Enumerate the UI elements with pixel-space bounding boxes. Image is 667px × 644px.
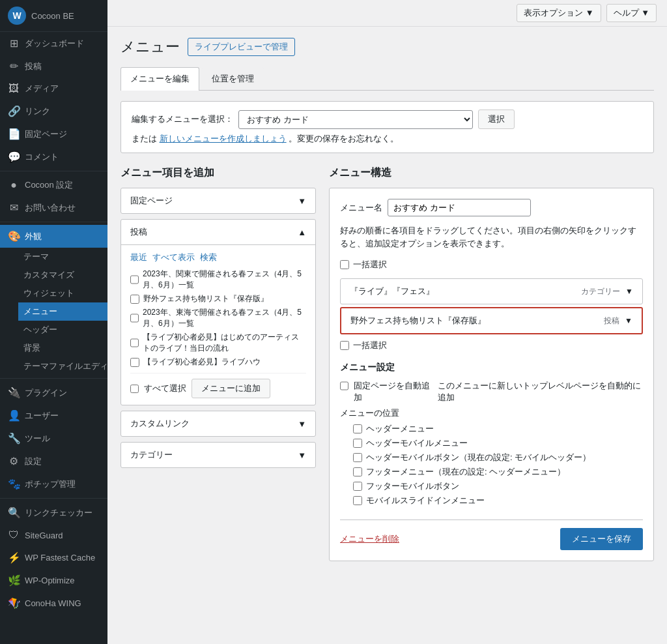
bulk-select-label-bottom: 一括選択 <box>353 340 387 351</box>
tab-recent[interactable]: 最近 <box>130 252 147 263</box>
accordion-custom-links-header[interactable]: カスタムリンク ▼ <box>121 411 315 436</box>
post-checkbox-4[interactable] <box>130 358 139 367</box>
location-header: ヘッダーメニュー <box>340 423 643 435</box>
accordion-posts-header[interactable]: 投稿 ▲ <box>121 220 315 244</box>
location-footer: フッターメニュー（現在の設定: ヘッダーメニュー） <box>340 466 643 478</box>
location-footer-mobile-btn-label: フッターモバイルボタン <box>366 480 459 492</box>
menu-item-live-fes-dropdown[interactable]: ▼ <box>625 287 633 296</box>
tab-search[interactable]: 検索 <box>200 252 217 263</box>
sidebar-item-menus[interactable]: メニュー <box>18 302 107 321</box>
menu-name-input[interactable]: おすすめ カード <box>388 199 531 216</box>
menu-item-outdoor-fes-dropdown[interactable]: ▼ <box>625 316 632 325</box>
accordion-fixed-pages-header[interactable]: 固定ページ ▼ <box>121 188 315 213</box>
bulk-select-checkbox-bottom[interactable] <box>340 341 349 350</box>
sidebar-item-label: ヘッダー <box>23 324 57 336</box>
menu-selector-label: 編集するメニューを選択： <box>132 113 233 125</box>
tab-edit-menu[interactable]: メニューを編集 <box>121 67 199 91</box>
post-item-1: 野外フェス持ち物リスト『保存版』 <box>130 293 306 304</box>
sidebar-item-wp-optimize[interactable]: 🌿 WP-Optimize <box>0 569 107 592</box>
sidebar-item-label: テーマ <box>23 251 49 263</box>
sidebar-item-settings[interactable]: ⚙ 設定 <box>0 450 107 473</box>
menu-select-dropdown[interactable]: おすすめ カード <box>238 110 473 129</box>
sidebar-item-contact[interactable]: ✉ お問い合わせ <box>0 196 107 219</box>
sidebar-item-pochipp[interactable]: 🐾 ポチップ管理 <box>0 473 107 495</box>
location-footer-checkbox[interactable] <box>353 467 362 476</box>
accordion-fixed-pages-label: 固定ページ <box>130 195 173 207</box>
sidebar-item-wp-fastest-cache[interactable]: ⚡ WP Fastest Cache <box>0 546 107 569</box>
sidebar-item-posts[interactable]: ✏ 投稿 <box>0 55 107 78</box>
bulk-select-row-top: 一括選択 <box>340 259 643 271</box>
sidebar-item-plugins[interactable]: 🔌 プラグイン <box>0 381 107 404</box>
tab-manage-locations[interactable]: 位置を管理 <box>202 67 264 90</box>
auto-add-setting: 固定ページを自動追加 このメニューに新しいトップレベルページを自動的に追加 <box>340 380 643 403</box>
tab-view-all[interactable]: すべて表示 <box>152 252 195 263</box>
location-header-checkbox[interactable] <box>353 424 362 433</box>
select-all-row: すべて選択 メニューに追加 <box>130 373 306 398</box>
auto-add-checkbox[interactable] <box>340 381 348 390</box>
location-header-mobile-btn-checkbox[interactable] <box>353 453 362 462</box>
sidebar-item-conoha-wing[interactable]: 🪁 ConoHa WING <box>0 592 107 615</box>
sidebar-item-label: 外観 <box>25 231 42 242</box>
sidebar-item-background[interactable]: 背景 <box>18 339 107 357</box>
post-checkbox-3[interactable] <box>130 338 139 347</box>
location-mobile-slide-checkbox[interactable] <box>353 496 362 505</box>
delete-menu-link[interactable]: メニューを削除 <box>340 533 399 545</box>
sidebar-item-links[interactable]: 🔗 リンク <box>0 100 107 123</box>
menu-name-label: メニュー名 <box>340 202 382 214</box>
post-checkbox-0[interactable] <box>130 275 139 284</box>
add-to-menu-button[interactable]: メニューに追加 <box>192 379 270 398</box>
post-checkbox-1[interactable] <box>130 295 139 304</box>
sidebar-item-label: ConoHa WING <box>25 598 81 608</box>
location-mobile-slide-label: モバイルスライドインメニュー <box>366 495 485 506</box>
users-icon: 👤 <box>8 409 20 422</box>
location-footer-mobile-btn-checkbox[interactable] <box>353 482 362 491</box>
sidebar-item-siteguard[interactable]: 🛡 SiteGuard <box>0 524 107 546</box>
settings-icon: ⚙ <box>8 455 20 467</box>
comments-icon: 💬 <box>8 151 20 163</box>
post-checkbox-2[interactable] <box>130 314 139 323</box>
sidebar-item-comments[interactable]: 💬 コメント <box>0 145 107 168</box>
wp-fastest-cache-icon: ⚡ <box>8 551 20 564</box>
sidebar-item-customize[interactable]: カスタマイズ <box>18 266 107 284</box>
location-mobile-slide: モバイルスライドインメニュー <box>340 495 643 506</box>
siteguard-icon: 🛡 <box>8 529 20 541</box>
post-label-4: 【ライブ初心者必見】ライブハウ <box>143 357 261 368</box>
topbar: 表示オプション ▼ ヘルプ ▼ <box>107 0 667 27</box>
menu-selector-box: 編集するメニューを選択： おすすめ カード 選択 または 新しいメニューを作成し… <box>121 101 654 153</box>
sidebar-item-media[interactable]: 🖼 メディア <box>0 78 107 100</box>
sidebar-item-themes[interactable]: テーマ <box>18 248 107 266</box>
select-all-checkbox[interactable] <box>130 385 139 393</box>
sidebar-item-appearance[interactable]: 🎨 外観 <box>0 225 107 248</box>
sidebar-item-dashboard[interactable]: ⊞ ダッシュボード <box>0 32 107 55</box>
sidebar-item-pages[interactable]: 📄 固定ページ <box>0 123 107 145</box>
sidebar-item-label: ツール <box>25 433 50 445</box>
sidebar-item-label: テーマファイルエディター <box>23 360 107 372</box>
accordion-posts-body: 最近 すべて表示 検索 2023年、関東で開催される春フェス（4月、5月、6月）… <box>121 244 315 405</box>
sidebar-item-tools[interactable]: 🔧 ツール <box>0 427 107 450</box>
accordion-categories-header[interactable]: カテゴリー ▼ <box>121 443 315 467</box>
sidebar-item-widgets[interactable]: ウィジェット <box>18 284 107 302</box>
live-preview-button[interactable]: ライブプレビューで管理 <box>188 38 295 56</box>
right-panel: メニュー構造 メニュー名 おすすめ カード 好みの順番に各項目をドラッグしてくだ… <box>329 166 654 561</box>
sidebar-item-label: Cocoon 設定 <box>25 179 73 191</box>
help-button[interactable]: ヘルプ ▼ <box>606 4 657 22</box>
left-panel-title: メニュー項目を追加 <box>121 166 316 180</box>
menu-selector-row: 編集するメニューを選択： おすすめ カード 選択 <box>132 110 643 129</box>
bulk-select-checkbox-top[interactable] <box>340 260 349 269</box>
menu-select-button[interactable]: 選択 <box>478 110 515 129</box>
accordion-categories-label: カテゴリー <box>130 449 173 461</box>
display-options-button[interactable]: 表示オプション ▼ <box>517 4 601 22</box>
contact-icon: ✉ <box>8 201 20 214</box>
select-all-label: すべて選択 <box>144 383 186 394</box>
accordion-custom-links-chevron: ▼ <box>298 419 306 429</box>
save-menu-button[interactable]: メニューを保存 <box>560 528 643 550</box>
location-header-mobile: ヘッダーモバイルメニュー <box>340 437 643 449</box>
create-new-menu-link[interactable]: 新しいメニューを作成しましょう <box>160 134 287 143</box>
sidebar-item-cocoon[interactable]: ● Cocoon 設定 <box>0 174 107 196</box>
sidebar-item-link-checker[interactable]: 🔍 リンクチェッカー <box>0 501 107 524</box>
location-header-mobile-checkbox[interactable] <box>353 439 362 448</box>
sidebar-item-theme-editor[interactable]: テーマファイルエディター <box>18 357 107 375</box>
sidebar-item-users[interactable]: 👤 ユーザー <box>0 404 107 427</box>
sidebar-item-header[interactable]: ヘッダー <box>18 321 107 339</box>
menu-settings: メニュー設定 固定ページを自動追加 このメニューに新しいトップレベルページを自動… <box>340 362 643 506</box>
